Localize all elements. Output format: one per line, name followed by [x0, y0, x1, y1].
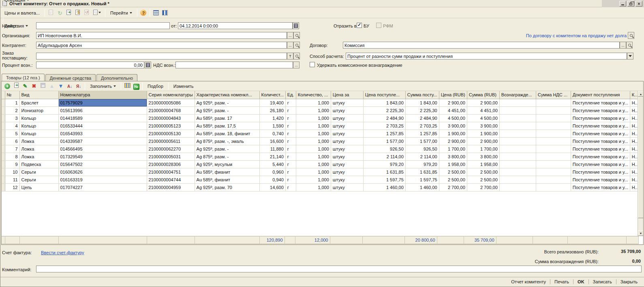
grid-cell[interactable]: 2100000005086 — [147, 99, 195, 106]
grid-cell[interactable]: 2 114,00 — [405, 153, 439, 160]
grid-cell[interactable]: Поступление товаров и у... — [571, 99, 630, 106]
end-edit-icon[interactable] — [39, 81, 47, 89]
grid-cell[interactable]: Ag 925º, разм. - — [195, 145, 259, 153]
grid-cell[interactable] — [499, 183, 536, 191]
contract-select-button[interactable]: ... — [620, 42, 626, 49]
supplier-order-type-button[interactable]: T — [287, 53, 293, 60]
grid-cell[interactable]: Au 585º, фианит — [195, 176, 259, 183]
scroll-down-button[interactable]: ▼ — [638, 230, 643, 236]
grid-cell[interactable]: 3 800,00 — [439, 153, 467, 160]
contragent-open-button[interactable] — [293, 42, 300, 49]
grid-cell[interactable]: 2 — [5, 106, 19, 114]
column-header[interactable]: Серия номенклатуры — [147, 91, 195, 99]
grid-cell[interactable]: Au 585º, фианит — [195, 168, 259, 176]
grid-cell[interactable]: 016063626 — [58, 168, 147, 176]
grid-cell[interactable]: 2100000004959 — [147, 183, 195, 191]
grid-cell[interactable]: 12 — [5, 183, 19, 191]
withhold-checkbox[interactable] — [310, 62, 315, 67]
report-structure-button[interactable] — [152, 9, 160, 17]
sort-asc-icon[interactable]: А↓ — [66, 83, 74, 91]
grid-cell[interactable]: 1,000 — [296, 160, 331, 168]
move-up-icon[interactable]: ▲ — [48, 82, 56, 90]
grid-cell[interactable]: 015613996 — [58, 106, 147, 114]
column-header[interactable]: Ед. — [285, 91, 296, 99]
grid-cell[interactable]: 979,20 — [363, 160, 405, 168]
grid-cell[interactable] — [499, 106, 536, 114]
grid-cell[interactable]: Au 585º, разм. 17 — [195, 114, 259, 122]
grid-cell[interactable]: 21,140 — [259, 153, 285, 160]
grid-cell[interactable]: Ag 875º, разм. - — [195, 153, 259, 160]
column-header[interactable]: Вознагражде... — [499, 91, 536, 99]
grid-cell[interactable]: 1 958,00 — [467, 160, 499, 168]
organization-open-button[interactable] — [293, 32, 300, 39]
grid-cell[interactable]: г — [285, 183, 296, 191]
grid-cell[interactable]: 2 700,00 — [439, 183, 467, 191]
pick-button[interactable]: Подбор — [144, 82, 167, 90]
grid-cell[interactable]: г — [285, 145, 296, 153]
grid-cell[interactable]: 1 257,85 — [363, 130, 405, 137]
grid-cell[interactable] — [536, 153, 571, 160]
grid-cell[interactable]: штуку — [331, 114, 363, 122]
copy-row-icon[interactable]: + — [12, 81, 20, 89]
contragent-input[interactable]: Абдулкадыров Арсен — [36, 42, 287, 49]
minimize-button[interactable] — [619, 1, 626, 6]
grid-cell[interactable]: 1,000 — [296, 137, 331, 145]
grid-cell[interactable] — [536, 137, 571, 145]
grid-cell[interactable] — [536, 122, 571, 130]
grid-cell[interactable]: Au 585º, разм. 18, фианит — [195, 130, 259, 137]
settings-button[interactable] — [161, 9, 169, 17]
organization-input[interactable]: ИП Новоточинов В.И. — [36, 32, 287, 39]
grid-cell[interactable]: 4 451,00 — [439, 106, 467, 114]
grid-cell[interactable]: 2100000004751 — [147, 168, 195, 176]
grid-cell[interactable]: 1 597,75 — [363, 176, 405, 183]
help-button[interactable]: ? — [139, 9, 148, 17]
grid-cell[interactable]: 016163319 — [58, 176, 147, 183]
grid-cell[interactable]: 0,960 — [259, 168, 285, 176]
sort-desc-icon[interactable]: Я↓ — [75, 83, 83, 91]
delete-row-icon[interactable]: ✖ — [30, 82, 38, 90]
grid-cell[interactable]: 2 900,00 — [467, 137, 499, 145]
grid-cell[interactable]: 926,50 — [405, 145, 439, 153]
grid-cell[interactable] — [536, 176, 571, 183]
grid-cell[interactable]: г — [285, 130, 296, 137]
grid-cell[interactable]: 1,000 — [296, 145, 331, 153]
grid-cell[interactable]: Ag 925º, разм. - — [195, 99, 259, 106]
grid-cell[interactable]: 2 225,30 — [363, 106, 405, 114]
supplier-order-open-button[interactable] — [293, 53, 300, 60]
grid-cell[interactable] — [499, 145, 536, 153]
grid-cell[interactable]: Ложка — [19, 153, 58, 160]
grid-cell[interactable]: 014339587 — [58, 137, 147, 145]
grid-cell[interactable]: 4 500,00 — [439, 114, 467, 122]
grid-cell[interactable]: 015647502 — [58, 160, 147, 168]
grid-cell[interactable]: Поступление товаров и у... — [571, 183, 630, 191]
grid-cell[interactable]: 016543993 — [58, 130, 147, 137]
calc-method-select[interactable]: Процент от разности сумм продажи и посту… — [346, 53, 627, 60]
grid-cell[interactable]: 2100000004843 — [147, 114, 195, 122]
grid-cell[interactable]: 2 500,00 — [439, 168, 467, 176]
grid-cell[interactable]: г — [285, 122, 296, 130]
grid-cell[interactable]: 1,000 — [296, 153, 331, 160]
enter-invoice-link[interactable]: Ввести счет-фактуру — [41, 250, 84, 255]
goto-menu[interactable]: Перейти — [107, 9, 135, 17]
comment-input[interactable] — [36, 266, 642, 272]
grid-cell[interactable]: Поступление товаров и у... — [571, 176, 630, 183]
grid-cell[interactable]: г — [285, 153, 296, 160]
grid-cell[interactable]: Поступление товаров и у... — [571, 130, 630, 137]
grid-cell[interactable]: 014566495 — [58, 145, 147, 153]
grid-cell[interactable]: 2 484,90 — [363, 114, 405, 122]
grid-cell[interactable]: Ag 875º, разм. -, эмаль — [195, 137, 259, 145]
operation-menu[interactable]: Операция — [1, 0, 43, 4]
column-header[interactable]: Характеристика номенкл... — [195, 91, 259, 99]
grid-cell[interactable]: 1,000 — [296, 99, 331, 106]
grid-cell[interactable]: Поступление товаров и у... — [571, 114, 630, 122]
grid-cell[interactable]: Поступление товаров и у... — [571, 168, 630, 176]
grid-cell[interactable]: 11 — [5, 176, 19, 183]
save-button[interactable]: Записать — [588, 279, 616, 284]
grid-cell[interactable] — [536, 106, 571, 114]
print-button[interactable]: Печать — [550, 279, 573, 284]
grid-cell[interactable]: 1,000 — [296, 122, 331, 130]
grid-cell[interactable]: г — [285, 168, 296, 176]
edit-row-icon[interactable]: ✎ — [21, 82, 29, 90]
grid-cell[interactable]: 1 700,00 — [439, 145, 467, 153]
grid-cell[interactable]: Au 585º, разм. 17,5 — [195, 122, 259, 130]
